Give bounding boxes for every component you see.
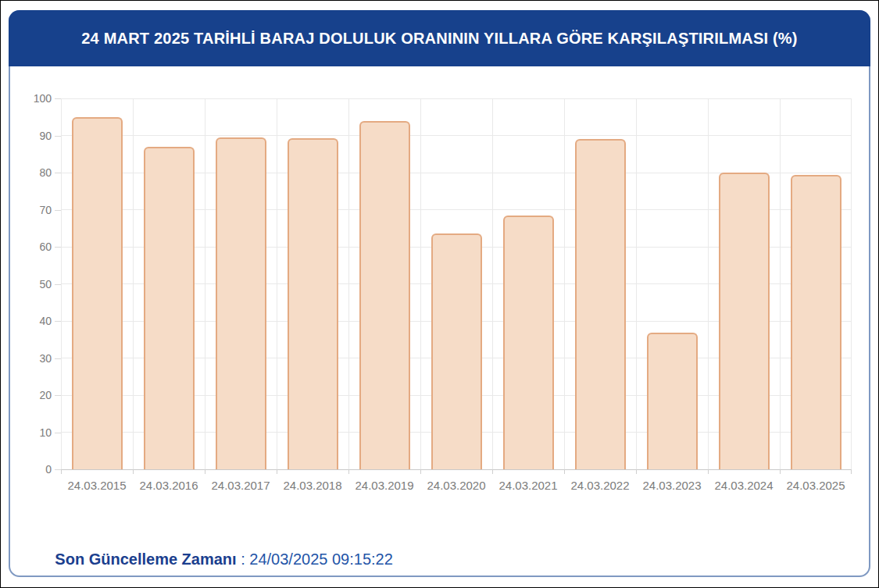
x-axis-tick bbox=[780, 469, 781, 474]
y-axis-tick-label: 60 bbox=[39, 241, 52, 253]
y-axis-tick bbox=[55, 210, 61, 211]
bar-cell bbox=[277, 98, 348, 469]
x-axis-tick-label: 24.03.2021 bbox=[492, 479, 564, 492]
bar-24.03.2021 bbox=[503, 216, 554, 469]
x-axis-tick-label: 24.03.2022 bbox=[564, 479, 636, 492]
bar-cell bbox=[708, 98, 780, 469]
bar-series bbox=[61, 98, 852, 469]
bar-cell bbox=[205, 98, 277, 469]
x-axis-tick bbox=[636, 469, 637, 474]
x-axis-tick bbox=[348, 469, 349, 474]
x-axis-tick-label: 24.03.2019 bbox=[348, 479, 420, 492]
x-axis-tick-label: 24.03.2025 bbox=[780, 479, 852, 492]
x-axis-tick bbox=[851, 469, 852, 474]
y-axis-tick-label: 70 bbox=[39, 204, 52, 216]
x-axis-line bbox=[61, 469, 852, 470]
plot-area: 0102030405060708090100 bbox=[61, 98, 852, 469]
last-update-value: 24/03/2025 09:15:22 bbox=[249, 551, 393, 568]
x-axis-tick bbox=[205, 469, 205, 474]
y-axis-tick-label: 100 bbox=[34, 92, 52, 105]
bar-24.03.2017 bbox=[216, 137, 266, 469]
y-axis-tick bbox=[55, 358, 61, 359]
bar-24.03.2023 bbox=[647, 333, 698, 469]
x-axis-tick bbox=[277, 469, 277, 474]
bar-cell bbox=[492, 98, 564, 469]
x-axis-tick-label: 24.03.2024 bbox=[708, 479, 780, 492]
x-axis-tick-label: 24.03.2020 bbox=[420, 479, 492, 492]
bar-24.03.2019 bbox=[359, 121, 410, 470]
x-axis-tick bbox=[708, 469, 709, 474]
y-axis-tick-label: 10 bbox=[39, 426, 52, 439]
y-axis-tick bbox=[55, 98, 61, 99]
x-axis-tick bbox=[564, 469, 565, 474]
bar-24.03.2018 bbox=[288, 138, 338, 469]
y-axis-tick bbox=[55, 433, 61, 433]
y-axis-tick-label: 20 bbox=[39, 389, 52, 401]
x-axis-tick bbox=[133, 469, 134, 474]
chart-card: 24 MART 2025 TARİHLİ BARAJ DOLULUK ORANI… bbox=[9, 10, 870, 577]
bar-cell bbox=[133, 98, 205, 469]
x-axis-tick bbox=[492, 469, 493, 474]
bar-24.03.2016 bbox=[144, 147, 195, 469]
x-axis-tick bbox=[420, 469, 421, 474]
y-axis-tick-label: 50 bbox=[39, 278, 52, 290]
y-axis-tick bbox=[55, 136, 61, 137]
x-axis-tick-label: 24.03.2015 bbox=[61, 479, 133, 492]
bar-cell bbox=[780, 98, 852, 469]
y-axis-tick bbox=[55, 321, 61, 322]
chart-header-band: 24 MART 2025 TARİHLİ BARAJ DOLULUK ORANI… bbox=[9, 10, 870, 66]
bar-cell bbox=[564, 98, 636, 469]
bar-cell bbox=[636, 98, 708, 469]
x-axis-labels: 24.03.201524.03.201624.03.201724.03.2018… bbox=[61, 479, 852, 492]
y-axis-tick bbox=[55, 173, 61, 173]
bar-cell bbox=[61, 98, 133, 469]
x-axis-tick-label: 24.03.2016 bbox=[133, 479, 205, 492]
y-axis-tick-label: 30 bbox=[39, 352, 52, 365]
bar-24.03.2025 bbox=[791, 175, 841, 469]
x-axis-tick-label: 24.03.2017 bbox=[205, 479, 277, 492]
y-axis-tick bbox=[55, 395, 61, 396]
page-frame: 24 MART 2025 TARİHLİ BARAJ DOLULUK ORANI… bbox=[0, 0, 879, 588]
y-axis-tick bbox=[55, 247, 61, 248]
last-update-separator: : bbox=[237, 551, 250, 568]
chart-title: 24 MART 2025 TARİHLİ BARAJ DOLULUK ORANI… bbox=[81, 30, 797, 48]
bar-24.03.2015 bbox=[72, 117, 123, 469]
y-axis-tick bbox=[55, 284, 61, 285]
x-axis-tick-label: 24.03.2023 bbox=[636, 479, 708, 492]
x-axis-tick bbox=[61, 469, 62, 474]
y-axis-tick-label: 90 bbox=[39, 130, 52, 142]
x-axis-tick-label: 24.03.2018 bbox=[277, 479, 348, 492]
bar-24.03.2024 bbox=[719, 173, 770, 469]
bar-24.03.2022 bbox=[575, 139, 626, 469]
y-axis-tick-label: 40 bbox=[39, 315, 52, 327]
bar-cell bbox=[420, 98, 492, 469]
y-axis-tick-label: 80 bbox=[39, 166, 52, 179]
last-update-label: Son Güncelleme Zamanı bbox=[55, 551, 236, 568]
bar-cell bbox=[348, 98, 420, 469]
y-axis-tick bbox=[55, 469, 61, 470]
y-axis-tick-label: 0 bbox=[45, 463, 52, 476]
last-update-line: Son Güncelleme Zamanı : 24/03/2025 09:15… bbox=[29, 533, 869, 586]
bar-24.03.2020 bbox=[431, 233, 482, 469]
